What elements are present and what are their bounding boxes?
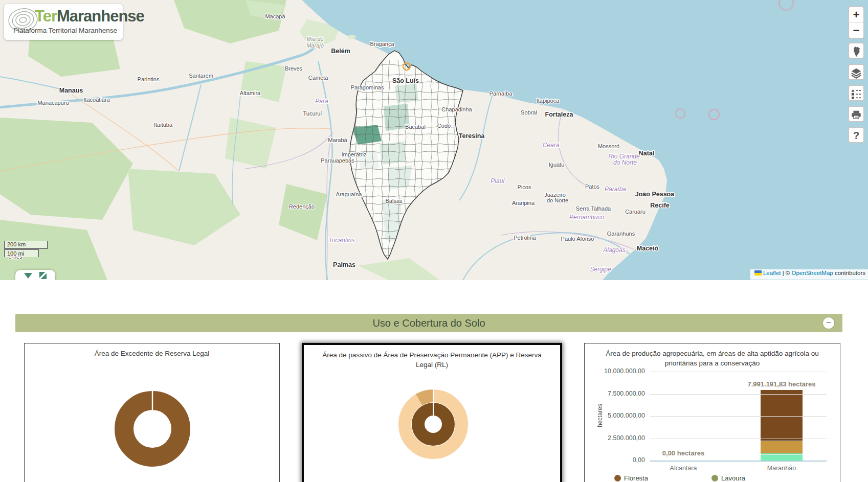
scale-control: 200 km 100 mi	[4, 241, 48, 257]
map-label-city: Caruaru	[625, 209, 646, 215]
bar-segment-agropecuaria[interactable]	[761, 441, 803, 453]
logo-ter: Ter	[35, 7, 57, 25]
gridline	[650, 372, 827, 372]
map-label-state: Alagoas	[603, 246, 625, 254]
map-attribution: Leaflet | © OpenStreetMap contributors	[750, 269, 868, 280]
legend-dot	[711, 475, 718, 481]
print-button[interactable]	[848, 106, 864, 122]
map-label-city-b: Teresina	[459, 132, 485, 140]
map-label-city: Cametá	[308, 75, 328, 81]
map-label-city: Parintins	[138, 76, 160, 82]
leaflet-map[interactable]: MacapáIlha deMarajóBelémBragançaBrevesCa…	[0, 0, 868, 280]
map-label-city: Parnaíba	[489, 90, 513, 97]
map-label-city: Bragança	[370, 41, 394, 47]
map-label-city: Imperatriz	[342, 151, 367, 157]
map-label-city: Itaituba	[154, 122, 173, 128]
scale-km: 200 km	[4, 241, 48, 249]
bar-chart: hectares 0,00 hectares 7.991.191,83 hect…	[585, 343, 840, 482]
chart-panel-passivo-app-rl[interactable]: Área de passivo de Área de Preservação P…	[302, 343, 562, 482]
scale-mi: 100 mi	[4, 249, 39, 257]
attribution-contributors: contributors	[833, 270, 865, 276]
value-label-alcantara: 0,00 hectares	[648, 449, 719, 457]
help-button[interactable]: ?	[848, 127, 864, 143]
map-label-city-b: Palmas	[333, 261, 355, 268]
leaflet-link[interactable]: Leaflet	[763, 270, 781, 276]
ukraine-flag-icon	[754, 270, 762, 276]
printer-icon	[851, 109, 862, 121]
section-collapse-button[interactable]: −	[823, 317, 834, 329]
gridline	[650, 394, 827, 395]
zoom-control: + −	[848, 6, 864, 39]
map-label-island: Marajó	[306, 42, 324, 49]
map-label-city: Picos	[518, 184, 531, 190]
app-title: TerMaranhense	[35, 7, 144, 26]
layers-button[interactable]	[848, 64, 864, 80]
collapse-triangle-icon[interactable]	[24, 273, 32, 279]
map-label-city: Macapá	[265, 13, 285, 19]
legend-label: Lavoura	[721, 474, 745, 482]
bar-segment-vegetacao[interactable]	[761, 453, 803, 454]
map-label-city: Altamira	[240, 90, 261, 96]
map-label-city: Itacoatiara	[83, 97, 110, 103]
map-label-city: Sobral	[521, 109, 537, 116]
map-label-state: Paraíba	[605, 186, 626, 193]
zoom-in-button[interactable]: +	[849, 7, 863, 23]
bar-segment-pastagem[interactable]	[761, 455, 803, 461]
app-tagline: Plataforma Territorial Maranhense	[13, 27, 117, 34]
map-label-city-b: São Luís	[392, 77, 419, 84]
map-label-state: do Norte	[613, 159, 637, 166]
bar-segment-divisor[interactable]	[761, 440, 803, 440]
map-label-city-b: Maceió	[637, 245, 659, 252]
map-label-city-b: Belém	[331, 48, 350, 55]
map-label-state: Piauí	[491, 177, 505, 185]
osm-link[interactable]: OpenStreetMap	[792, 270, 833, 276]
map-label-state: Pará	[315, 98, 328, 105]
map-label-state: Tocantins	[329, 237, 355, 244]
legend-item[interactable]: Floresta	[614, 474, 648, 482]
y-tick-label: 7.500.000,00	[585, 390, 645, 397]
state-extent-button[interactable]	[848, 42, 864, 59]
map-label-state: Pernambuco	[569, 214, 604, 221]
map-label-city: Araripina	[512, 200, 535, 206]
map-panel-toggle[interactable]	[15, 270, 55, 280]
map-label-state: Sergipe	[590, 266, 611, 273]
map-label-city: Araguaína	[336, 191, 363, 197]
legend-button[interactable]	[848, 85, 864, 101]
gridline	[650, 461, 827, 462]
map-label-city: Manacapuru	[37, 100, 69, 106]
zoom-out-button[interactable]: −	[849, 23, 863, 38]
donut-chart-reserva-legal[interactable]	[25, 343, 279, 482]
y-tick-label: 10.000.000,00	[585, 368, 645, 375]
y-tick-label: 2.500.000,00	[585, 434, 645, 442]
filter-bar: INDICADOR DO TEMA OCUPAÇÃO E USO DO SOLO…	[0, 280, 868, 314]
layers-icon	[851, 67, 862, 79]
expand-diagonal-icon[interactable]	[39, 272, 47, 279]
map-label-city: Santarém	[189, 73, 213, 79]
map-label-city: Garanhuns	[607, 231, 635, 237]
map-label-city: Paulo Afonso	[561, 236, 594, 242]
map-label-city: do Norte	[547, 197, 568, 203]
map-label-city-b: Recife	[650, 202, 670, 209]
section-header: Uso e Cobertura do Solo −	[15, 314, 842, 332]
map-label-city: Paragominas	[351, 84, 384, 90]
map-label-city: Balsas	[385, 198, 403, 204]
donut-chart-passivo[interactable]	[304, 345, 560, 482]
question-mark-icon: ?	[853, 130, 859, 141]
chart-panel-producao-agropecuaria[interactable]: Área de produção agropecuária, em áreas …	[584, 343, 840, 482]
map-label-city-b: Fortaleza	[545, 111, 574, 118]
map-label-city: Serra Talhada	[576, 205, 611, 212]
x-category-alcantara: Alcantara	[655, 465, 711, 472]
map-label-city: Marabá	[328, 137, 347, 143]
map-label-city-b: Natal	[639, 150, 655, 157]
value-label-maranhao: 7.991.191,83 hectares	[738, 380, 825, 388]
legend-dot	[614, 475, 621, 481]
map-label-state: Ceará	[543, 142, 560, 149]
map-label-city: Mossoró	[598, 143, 619, 149]
map-label-city: Redenção	[289, 203, 315, 210]
map-label-city: Breves	[285, 65, 303, 72]
bar-segment-floresta[interactable]	[761, 390, 803, 440]
legend-item[interactable]: Lavoura	[711, 474, 745, 482]
y-tick-label: 0,00	[585, 456, 645, 464]
chart-panel-reserva-legal[interactable]: Área de Excedente de Reserva Legal	[24, 343, 280, 482]
basemap-svg: MacapáIlha deMarajóBelémBragançaBrevesCa…	[0, 0, 868, 280]
